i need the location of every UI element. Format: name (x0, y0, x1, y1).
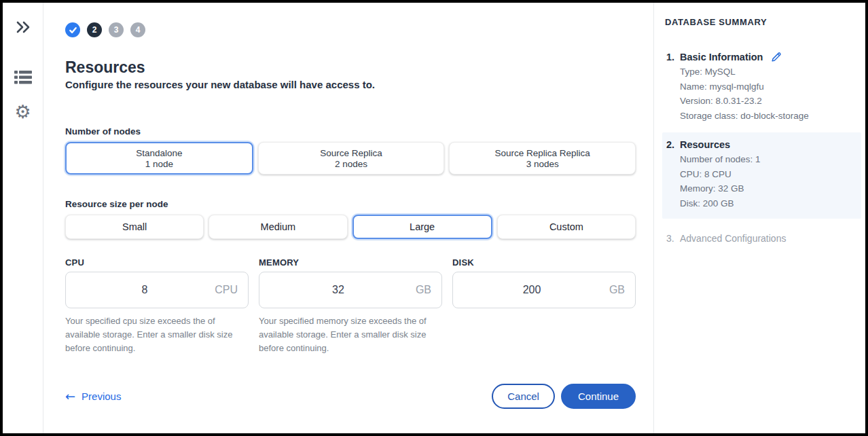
pencil-icon (771, 51, 782, 62)
size-section-label: Resource size per node (65, 199, 636, 209)
node-option-title: Standalone (136, 148, 182, 158)
nav-list-icon[interactable] (12, 67, 34, 88)
cpu-input[interactable] (65, 272, 249, 308)
page-subtitle: Configure the resources your new databas… (65, 79, 636, 90)
disk-field-group: DISK GB (452, 257, 636, 355)
page-title: Resources (65, 58, 636, 77)
summary-item: Version: 8.0.31-23.2 (680, 94, 856, 109)
nodes-section-label: Number of nodes (65, 126, 636, 137)
section-number: 3. (666, 233, 677, 244)
summary-item: CPU: 8 CPU (680, 167, 856, 182)
section-name: Resources (680, 139, 730, 150)
section-name: Advanced Configurations (680, 233, 786, 244)
disk-input[interactable] (452, 272, 636, 308)
node-count-options: Standalone 1 node Source Replica 2 nodes… (65, 142, 636, 175)
collapse-sidebar-icon[interactable] (12, 16, 34, 38)
step-1-complete[interactable] (65, 22, 80, 37)
node-option-title: Source Replica Replica (495, 148, 590, 158)
node-option-standalone[interactable]: Standalone 1 node (65, 142, 253, 175)
summary-item: Type: MySQL (680, 65, 856, 79)
node-option-subtitle: 3 nodes (526, 159, 559, 169)
continue-button[interactable]: Continue (561, 384, 636, 409)
gear-glyph: ⚙ (14, 103, 31, 121)
window-frame: ⚙ 2 3 4 Resources Configure the resource… (0, 0, 868, 436)
disk-field-label: DISK (452, 257, 636, 268)
node-option-source-replica-replica[interactable]: Source Replica Replica 3 nodes (449, 142, 636, 175)
node-option-title: Source Replica (320, 148, 382, 158)
section-number: 2. (666, 139, 677, 150)
summary-section-resources: 2. Resources Number of nodes: 1 CPU: 8 C… (662, 132, 861, 219)
summary-section-basic-information: 1. Basic Information Type: MySQL Name: m… (665, 51, 856, 123)
summary-item: Storage class: do-block-storage (680, 109, 856, 124)
step-3-upcoming[interactable]: 3 (109, 22, 124, 37)
summary-title: DATABASE SUMMARY (665, 17, 856, 27)
cpu-error-text: Your specified cpu size exceeds the of a… (65, 314, 249, 355)
memory-field-label: MEMORY (259, 257, 442, 268)
size-option-large[interactable]: Large (352, 215, 492, 239)
step-2-current[interactable]: 2 (87, 22, 102, 37)
summary-section-advanced-configurations: 3. Advanced Configurations (665, 233, 856, 244)
memory-field-group: MEMORY GB Your specified memory size exc… (259, 257, 442, 355)
step-4-upcoming[interactable]: 4 (130, 22, 145, 37)
memory-input[interactable] (259, 272, 442, 308)
section-number: 1. (666, 52, 677, 62)
memory-error-text: Your specified memory size exceeds the o… (259, 314, 442, 355)
previous-link[interactable]: ← Previous (65, 390, 121, 403)
summary-item: Name: mysql-mqlgfu (680, 79, 856, 94)
summary-item: Disk: 200 GB (680, 196, 856, 211)
cpu-field-label: CPU (65, 257, 249, 268)
node-option-source-replica[interactable]: Source Replica 2 nodes (258, 142, 445, 175)
cpu-field-group: CPU CPU Your specified cpu size exceeds … (65, 257, 249, 355)
left-icon-rail: ⚙ (3, 3, 43, 433)
size-options: Small Medium Large Custom (65, 215, 636, 239)
back-arrow-icon: ← (65, 390, 75, 403)
wizard-footer: ← Previous Cancel Continue (65, 384, 636, 409)
check-icon (69, 26, 77, 35)
summary-item: Number of nodes: 1 (680, 152, 856, 167)
size-option-medium[interactable]: Medium (209, 215, 347, 239)
wizard-stepper: 2 3 4 (65, 22, 636, 37)
size-option-small[interactable]: Small (65, 215, 204, 239)
cancel-button[interactable]: Cancel (492, 384, 555, 409)
node-option-subtitle: 2 nodes (335, 159, 367, 169)
database-summary-panel: DATABASE SUMMARY 1. Basic Information Ty… (653, 3, 865, 433)
node-option-subtitle: 1 node (145, 159, 173, 169)
resource-fields: CPU CPU Your specified cpu size exceeds … (65, 257, 636, 355)
section-name: Basic Information (680, 52, 763, 62)
summary-item: Memory: 32 GB (680, 181, 856, 196)
settings-gear-icon[interactable]: ⚙ (12, 101, 34, 122)
app-window: ⚙ 2 3 4 Resources Configure the resource… (3, 3, 865, 433)
wizard-main: 2 3 4 Resources Configure the resources … (43, 3, 653, 433)
previous-label: Previous (82, 390, 121, 402)
size-option-custom[interactable]: Custom (497, 215, 636, 239)
edit-basic-information-button[interactable] (771, 51, 782, 62)
